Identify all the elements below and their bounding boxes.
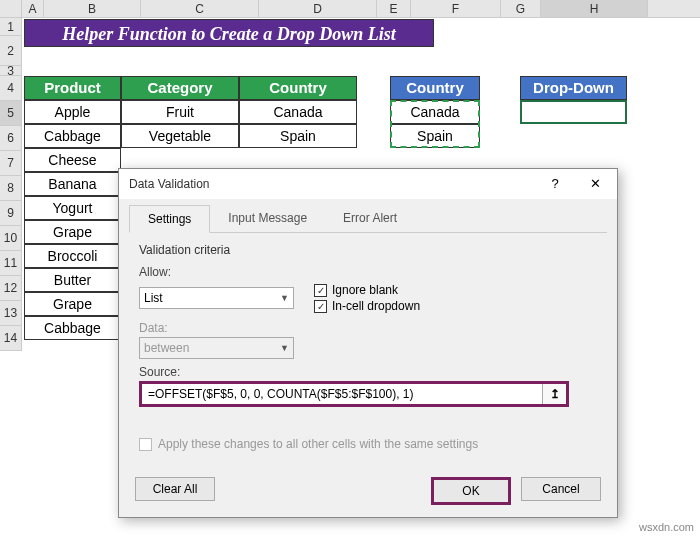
allow-value: List (144, 291, 163, 305)
header-country-aux[interactable]: Country (390, 76, 480, 100)
select-all-corner[interactable] (0, 0, 22, 17)
allow-label: Allow: (139, 265, 597, 279)
row-headers: 1 2 3 4 5 6 7 8 9 10 11 12 13 14 (0, 18, 22, 351)
row-header[interactable]: 11 (0, 251, 22, 276)
tab-settings[interactable]: Settings (129, 205, 210, 233)
col-header-F[interactable]: F (411, 0, 501, 17)
tab-input-message[interactable]: Input Message (210, 205, 325, 232)
ignore-blank-label: Ignore blank (332, 283, 398, 297)
cell[interactable]: Cabbage (24, 316, 121, 340)
row-header[interactable]: 10 (0, 226, 22, 251)
cell[interactable]: Broccoli (24, 244, 121, 268)
dialog-title: Data Validation (129, 177, 210, 191)
header-country[interactable]: Country (239, 76, 357, 100)
data-value: between (144, 341, 189, 355)
row-header[interactable]: 3 (0, 66, 22, 76)
header-dropdown[interactable]: Drop-Down (520, 76, 627, 100)
chevron-down-icon: ▼ (280, 293, 289, 303)
data-validation-dialog: Data Validation ? ✕ Settings Input Messa… (118, 168, 618, 518)
row-header[interactable]: 4 (0, 76, 22, 101)
title-banner: Helper Function to Create a Drop Down Li… (24, 19, 434, 47)
allow-select[interactable]: List ▼ (139, 287, 294, 309)
cell[interactable]: Fruit (121, 100, 239, 124)
cell[interactable]: Apple (24, 100, 121, 124)
row-header[interactable]: 5 (0, 101, 22, 126)
data-label: Data: (139, 321, 597, 335)
apply-all-checkbox (139, 438, 152, 451)
cell[interactable]: Grape (24, 292, 121, 316)
header-product[interactable]: Product (24, 76, 121, 100)
source-label: Source: (139, 365, 597, 379)
cell[interactable]: Spain (390, 124, 480, 148)
source-input[interactable] (142, 384, 542, 404)
cell[interactable]: Canada (239, 100, 357, 124)
cell[interactable]: Vegetable (121, 124, 239, 148)
row-header[interactable]: 14 (0, 326, 22, 351)
col-header-D[interactable]: D (259, 0, 377, 17)
dialog-tabs: Settings Input Message Error Alert (129, 205, 607, 233)
cell[interactable]: Canada (390, 100, 480, 124)
column-headers: A B C D E F G H (0, 0, 700, 18)
chevron-down-icon: ▼ (280, 343, 289, 353)
col-header-B[interactable]: B (44, 0, 141, 17)
dialog-titlebar[interactable]: Data Validation ? ✕ (119, 169, 617, 199)
cell[interactable]: Butter (24, 268, 121, 292)
close-button[interactable]: ✕ (575, 170, 615, 198)
spreadsheet-grid: A B C D E F G H 1 2 3 4 5 6 7 8 9 10 11 … (0, 0, 700, 537)
ok-button[interactable]: OK (431, 477, 511, 505)
data-select: between ▼ (139, 337, 294, 359)
col-header-C[interactable]: C (141, 0, 259, 17)
row-header[interactable]: 6 (0, 126, 22, 151)
apply-all-label: Apply these changes to all other cells w… (158, 437, 478, 451)
cell[interactable]: Cheese (24, 148, 121, 172)
cell[interactable]: Banana (24, 172, 121, 196)
cancel-button[interactable]: Cancel (521, 477, 601, 501)
col-header-A[interactable]: A (22, 0, 44, 17)
in-cell-dropdown-checkbox[interactable]: ✓ (314, 300, 327, 313)
row-header[interactable]: 1 (0, 18, 22, 36)
cell[interactable]: Spain (239, 124, 357, 148)
range-picker-button[interactable]: ↥ (542, 384, 566, 404)
col-header-G[interactable]: G (501, 0, 541, 17)
cell[interactable]: Grape (24, 220, 121, 244)
help-button[interactable]: ? (535, 170, 575, 198)
header-category[interactable]: Category (121, 76, 239, 100)
row-header[interactable]: 9 (0, 201, 22, 226)
row-header[interactable]: 13 (0, 301, 22, 326)
row-header[interactable]: 7 (0, 151, 22, 176)
row-header[interactable]: 2 (0, 36, 22, 66)
validation-criteria-label: Validation criteria (139, 243, 597, 257)
ignore-blank-checkbox[interactable]: ✓ (314, 284, 327, 297)
cell[interactable]: Cabbage (24, 124, 121, 148)
tab-error-alert[interactable]: Error Alert (325, 205, 415, 232)
source-input-wrap: ↥ (139, 381, 569, 407)
watermark: wsxdn.com (639, 521, 694, 533)
active-cell[interactable] (520, 100, 627, 124)
row-header[interactable]: 8 (0, 176, 22, 201)
row-header[interactable]: 12 (0, 276, 22, 301)
col-header-E[interactable]: E (377, 0, 411, 17)
col-header-H[interactable]: H (541, 0, 648, 17)
cell[interactable]: Yogurt (24, 196, 121, 220)
clear-all-button[interactable]: Clear All (135, 477, 215, 501)
in-cell-dropdown-label: In-cell dropdown (332, 299, 420, 313)
